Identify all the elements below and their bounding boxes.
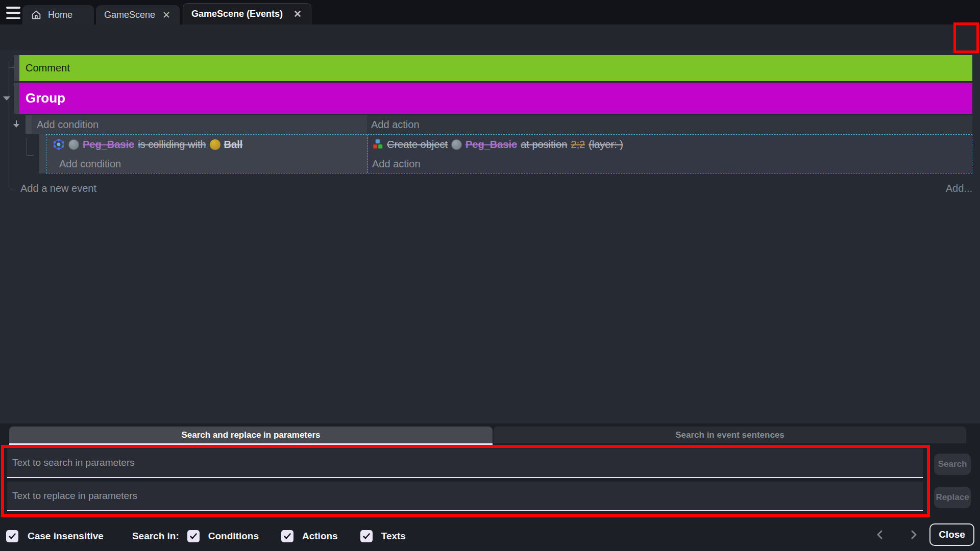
peg-basic-object-icon (68, 139, 79, 150)
conditions-column: Peg_Basic is colliding with Ball Add con… (46, 135, 368, 173)
search-options-row: Case insensitive Search in: Conditions A… (0, 525, 980, 547)
search-panel: Search and replace in parameters Search … (0, 423, 980, 551)
add-action-link[interactable]: Add action (367, 115, 972, 134)
condition-row[interactable]: Peg_Basic is colliding with Ball (46, 135, 368, 154)
tab-gamescene-events[interactable]: GameScene (Events) ✕ (183, 3, 311, 24)
tab-home-label: Home (48, 10, 72, 20)
main-menu-button[interactable] (6, 7, 20, 19)
chevron-left-icon (875, 530, 885, 540)
add-new-event-link[interactable]: Add a new event (20, 183, 96, 194)
conditions-checkbox[interactable] (187, 530, 200, 542)
conditions-label: Conditions (208, 531, 259, 542)
tab-search-event-sentences[interactable]: Search in event sentences (494, 427, 966, 443)
event-drag-handle[interactable] (14, 55, 19, 81)
next-result-button[interactable] (908, 529, 920, 541)
action-layer-value: (layer: ) (589, 139, 623, 151)
event-fold-arrow[interactable] (12, 119, 21, 133)
add-event-more-button[interactable]: Add... (946, 183, 972, 194)
close-button[interactable]: Close (929, 523, 974, 546)
previous-result-button[interactable] (874, 529, 886, 541)
condition-other-object: Ball (224, 139, 243, 151)
comment-text: Comment (26, 62, 70, 74)
replace-button[interactable]: Replace (934, 487, 971, 508)
tab-search-replace-parameters[interactable]: Search and replace in parameters (9, 427, 493, 443)
tab-home[interactable]: Home (22, 5, 94, 24)
add-condition-link[interactable]: Add condition (46, 154, 368, 173)
chevron-right-icon (909, 530, 919, 540)
toolbar: Preview Publish (0, 24, 980, 50)
gdevelop-window: Home GameScene ✕ GameScene (Events) ✕ Pr… (0, 0, 980, 551)
arrow-down-icon (12, 119, 21, 131)
texts-checkbox[interactable] (360, 530, 373, 542)
comment-event[interactable]: Comment (19, 55, 972, 81)
tree-line (9, 67, 14, 68)
check-icon (362, 532, 371, 540)
tree-line (9, 60, 9, 189)
actions-label: Actions (302, 531, 338, 542)
create-object-icon (372, 139, 383, 150)
add-action-link[interactable]: Add action (368, 154, 972, 173)
search-in-label: Search in: (132, 531, 179, 542)
search-button[interactable]: Search (934, 454, 971, 475)
tree-line (27, 155, 34, 156)
check-icon (283, 532, 291, 540)
action-verb: Create object (387, 139, 448, 151)
peg-basic-object-icon (451, 139, 462, 150)
home-icon (31, 9, 42, 20)
caret-down-icon (2, 95, 11, 102)
event-drag-handle[interactable] (14, 83, 19, 114)
check-icon (8, 532, 16, 540)
hamburger-icon (6, 7, 20, 9)
actions-checkbox[interactable] (281, 530, 293, 542)
actions-column: Create object Peg_Basic at position 2;2 … (368, 135, 972, 173)
close-tab-icon[interactable]: ✕ (161, 9, 172, 21)
close-tab-icon[interactable]: ✕ (292, 8, 303, 20)
action-position-value: 2;2 (571, 139, 585, 151)
case-insensitive-checkbox[interactable] (6, 530, 18, 542)
replace-text-input[interactable] (7, 482, 923, 511)
tree-line (27, 138, 27, 155)
tab-gamescene-label: GameScene (104, 10, 155, 20)
group-title: Group (26, 90, 65, 106)
group-expander[interactable] (2, 95, 11, 104)
event-drag-handle[interactable] (39, 134, 46, 173)
texts-label: Texts (381, 531, 406, 542)
selected-sub-event[interactable]: Peg_Basic is colliding with Ball Add con… (46, 134, 972, 173)
tab-gamescene[interactable]: GameScene ✕ (96, 5, 180, 24)
case-insensitive-label: Case insensitive (28, 531, 104, 542)
tree-line (9, 189, 16, 189)
action-row[interactable]: Create object Peg_Basic at position 2;2 … (368, 135, 972, 154)
event-drag-handle[interactable] (26, 115, 32, 134)
tab-bar: Home GameScene ✕ GameScene (Events) ✕ (0, 0, 980, 24)
add-condition-link[interactable]: Add condition (32, 115, 367, 134)
action-object-name: Peg_Basic (465, 139, 517, 151)
active-tab-underline (9, 443, 493, 445)
collision-icon (53, 138, 65, 151)
ball-object-icon (210, 139, 220, 150)
check-icon (189, 532, 198, 540)
search-text-input[interactable] (7, 448, 923, 478)
condition-text: is colliding with (138, 139, 206, 151)
tab-gamescene-events-label: GameScene (Events) (191, 9, 283, 19)
group-event[interactable]: Group (19, 83, 972, 114)
action-text: at position (521, 139, 567, 151)
condition-object-name: Peg_Basic (83, 139, 134, 151)
